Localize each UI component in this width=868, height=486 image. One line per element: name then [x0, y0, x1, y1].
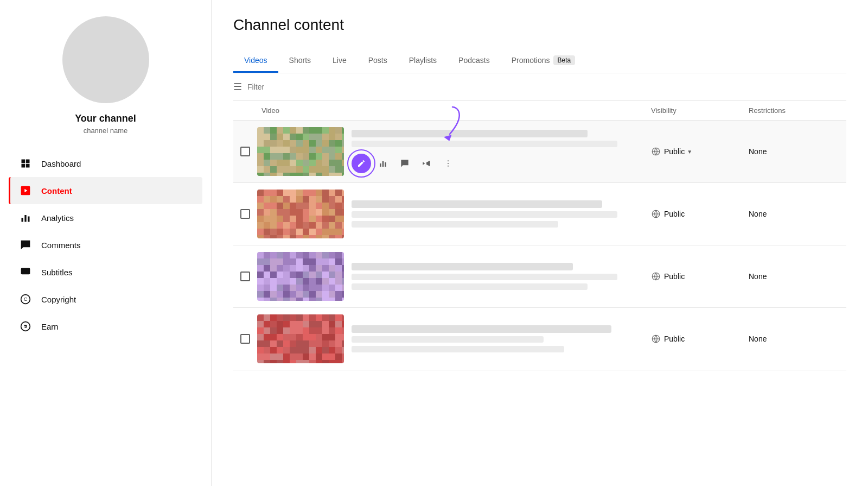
- row1-checkbox-cell: [233, 147, 257, 156]
- header-video: Video: [257, 106, 651, 115]
- videos-table: Video Visibility Restrictions: [233, 101, 846, 486]
- sidebar-item-analytics[interactable]: Analytics: [9, 204, 202, 231]
- table-row: Public ▼ None: [233, 121, 846, 183]
- sidebar-item-earn[interactable]: Earn: [9, 313, 202, 340]
- row3-visibility: Public: [651, 272, 749, 281]
- sidebar-item-content[interactable]: Content: [9, 177, 202, 204]
- promote-button[interactable]: [417, 154, 436, 173]
- tab-videos[interactable]: Videos: [233, 49, 278, 73]
- svg-point-16: [448, 163, 449, 164]
- row1-visibility: Public ▼: [651, 147, 749, 156]
- tab-playlists[interactable]: Playlists: [398, 49, 448, 73]
- header-restrictions: Restrictions: [749, 106, 846, 115]
- row1-title-blur: [352, 130, 588, 137]
- row3-video-info: [352, 263, 647, 290]
- channel-title: Your channel: [75, 113, 136, 124]
- tabs-bar: Videos Shorts Live Posts Playlists Podca…: [233, 49, 846, 73]
- svg-rect-14: [385, 162, 386, 167]
- more-options-button[interactable]: [438, 154, 458, 173]
- sidebar-item-label: Content: [41, 186, 72, 195]
- sidebar-item-copyright[interactable]: C Copyright: [9, 286, 202, 313]
- sidebar-item-dashboard[interactable]: Dashboard: [9, 150, 202, 177]
- dashboard-icon: [20, 157, 31, 169]
- tab-posts[interactable]: Posts: [358, 49, 398, 73]
- comments-button[interactable]: [395, 154, 414, 173]
- svg-text:C: C: [24, 296, 28, 302]
- beta-badge: Beta: [553, 55, 576, 65]
- svg-rect-3: [24, 215, 26, 222]
- svg-rect-6: [22, 270, 25, 272]
- sidebar-item-label: Analytics: [41, 213, 74, 223]
- comments-icon: [20, 239, 31, 251]
- row1-video-info: [352, 130, 647, 173]
- row4-visibility: Public: [651, 334, 749, 344]
- filter-icon[interactable]: ☰: [233, 81, 242, 93]
- row3-checkbox[interactable]: [240, 272, 250, 281]
- main-content: Channel content Videos Shorts Live Posts…: [212, 0, 868, 486]
- analytics-button[interactable]: [373, 154, 393, 173]
- row3-video-cell: [257, 245, 651, 307]
- svg-rect-4: [28, 217, 29, 222]
- svg-rect-2: [22, 218, 23, 222]
- svg-rect-7: [22, 272, 27, 273]
- sidebar: Your channel channel name Dashboard Cont…: [0, 0, 212, 486]
- row2-visibility: Public: [651, 209, 749, 219]
- copyright-icon: C: [20, 293, 31, 305]
- row4-title-blur: [352, 325, 611, 333]
- row3-visibility-label: Public: [664, 272, 685, 281]
- sidebar-nav: Dashboard Content Analytics Comments: [0, 150, 211, 340]
- sidebar-item-label: Earn: [41, 322, 59, 331]
- row2-restrictions: None: [749, 210, 846, 218]
- edit-button[interactable]: [352, 154, 371, 173]
- filter-input[interactable]: [247, 83, 846, 91]
- table-header: Video Visibility Restrictions: [233, 101, 846, 121]
- row4-video-info: [352, 325, 647, 352]
- row4-meta-blur2: [352, 346, 564, 352]
- table-row: Public None: [233, 308, 846, 370]
- sidebar-item-label: Comments: [41, 241, 81, 250]
- sidebar-item-label: Copyright: [41, 295, 76, 304]
- table-row: Public None: [233, 245, 846, 308]
- sidebar-item-label: Dashboard: [41, 159, 81, 168]
- row3-title-blur: [352, 263, 573, 270]
- row4-video-cell: [257, 308, 651, 370]
- row2-visibility-label: Public: [664, 210, 685, 218]
- row3-checkbox-cell: [233, 272, 257, 281]
- row1-meta-blur: [352, 141, 617, 147]
- avatar: [62, 16, 149, 103]
- row4-meta-blur: [352, 336, 544, 343]
- earn-icon: [20, 320, 31, 332]
- svg-rect-13: [382, 161, 384, 167]
- row3-meta-blur: [352, 274, 617, 280]
- tab-shorts[interactable]: Shorts: [278, 49, 322, 73]
- row4-checkbox[interactable]: [240, 334, 250, 344]
- row2-video-cell: [257, 183, 651, 245]
- page-title: Channel content: [233, 16, 846, 34]
- row1-checkbox[interactable]: [240, 147, 250, 156]
- channel-name: channel name: [84, 127, 128, 135]
- tab-podcasts[interactable]: Podcasts: [448, 49, 501, 73]
- svg-rect-12: [380, 163, 381, 167]
- svg-point-15: [448, 160, 449, 161]
- row2-thumbnail: [257, 190, 344, 238]
- row1-visibility-label: Public: [664, 147, 685, 156]
- svg-rect-8: [27, 270, 29, 272]
- row3-thumbnail: [257, 252, 344, 301]
- row2-meta-blur2: [352, 221, 558, 228]
- tab-promotions[interactable]: Promotions Beta: [501, 49, 586, 73]
- row4-checkbox-cell: [233, 334, 257, 344]
- row4-thumbnail: [257, 314, 344, 363]
- row1-thumbnail: [257, 127, 344, 176]
- row1-actions: [352, 154, 647, 173]
- sidebar-item-comments[interactable]: Comments: [9, 231, 202, 258]
- row1-visibility-dropdown[interactable]: Public ▼: [664, 147, 692, 156]
- header-checkbox-col: [233, 106, 257, 115]
- row2-checkbox[interactable]: [240, 209, 250, 219]
- tab-live[interactable]: Live: [322, 49, 358, 73]
- content-icon: [20, 185, 31, 197]
- row1-video-cell: [257, 121, 651, 182]
- sidebar-item-subtitles[interactable]: Subtitles: [9, 258, 202, 286]
- subtitles-icon: [20, 266, 31, 278]
- chevron-down-icon: ▼: [687, 149, 692, 155]
- filter-bar: ☰: [233, 73, 846, 101]
